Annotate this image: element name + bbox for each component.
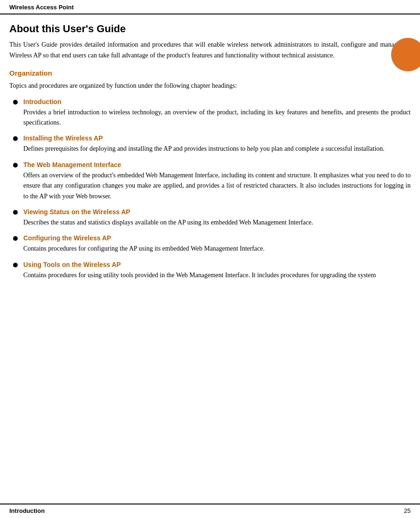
- intro-paragraph: This User's Guide provides detailed info…: [9, 40, 411, 61]
- footer-label: Introduction: [9, 507, 45, 514]
- bullet-heading-introduction: Introduction: [23, 98, 411, 105]
- bullet-text-introduction: Provides a brief introduction to wireles…: [23, 107, 411, 128]
- bullet-dot: [13, 236, 18, 241]
- bullet-dot: [13, 100, 18, 105]
- page-header: Wireless Access Point: [0, 0, 420, 14]
- bullet-text-tools: Contains procedures for using utility to…: [23, 270, 411, 280]
- page-footer: Introduction 25: [0, 504, 420, 518]
- page-container: Wireless Access Point About this User's …: [0, 0, 420, 518]
- bullet-dot: [13, 263, 18, 267]
- bullet-text-installing: Defines prerequisites for deploying and …: [23, 144, 411, 154]
- bullet-heading-web-mgmt: The Web Management Interface: [23, 161, 411, 168]
- list-item: Using Tools on the Wireless AP Contains …: [23, 261, 411, 280]
- list-item: Installing the Wireless AP Defines prere…: [23, 134, 411, 154]
- bullet-dot: [13, 163, 18, 168]
- list-item: Configuring the Wireless AP Contains pro…: [23, 234, 411, 254]
- bullet-heading-tools: Using Tools on the Wireless AP: [23, 261, 411, 268]
- bullet-list: Introduction Provides a brief introducti…: [23, 98, 411, 281]
- org-heading: Organization: [9, 69, 411, 77]
- org-intro: Topics and procedures are organized by f…: [9, 81, 411, 91]
- main-title: About this User's Guide: [9, 23, 411, 35]
- bullet-heading-viewing-status: Viewing Status on the Wireless AP: [23, 208, 411, 216]
- bullet-dot: [13, 210, 18, 215]
- header-title: Wireless Access Point: [9, 4, 74, 11]
- orange-circle-decoration: [391, 38, 420, 71]
- bullet-text-configuring: Contains procedures for configuring the …: [23, 244, 411, 254]
- list-item: Introduction Provides a brief introducti…: [23, 98, 411, 128]
- main-content: About this User's Guide This User's Guid…: [0, 14, 420, 504]
- list-item: The Web Management Interface Offers an o…: [23, 161, 411, 202]
- bullet-dot: [13, 136, 18, 141]
- list-item: Viewing Status on the Wireless AP Descri…: [23, 208, 411, 228]
- bullet-text-web-mgmt: Offers an overview of the product's embe…: [23, 170, 411, 202]
- bullet-heading-configuring: Configuring the Wireless AP: [23, 234, 411, 242]
- footer-page: 25: [404, 507, 411, 514]
- bullet-text-viewing-status: Describes the status and statistics disp…: [23, 217, 411, 228]
- bullet-heading-installing: Installing the Wireless AP: [23, 134, 411, 142]
